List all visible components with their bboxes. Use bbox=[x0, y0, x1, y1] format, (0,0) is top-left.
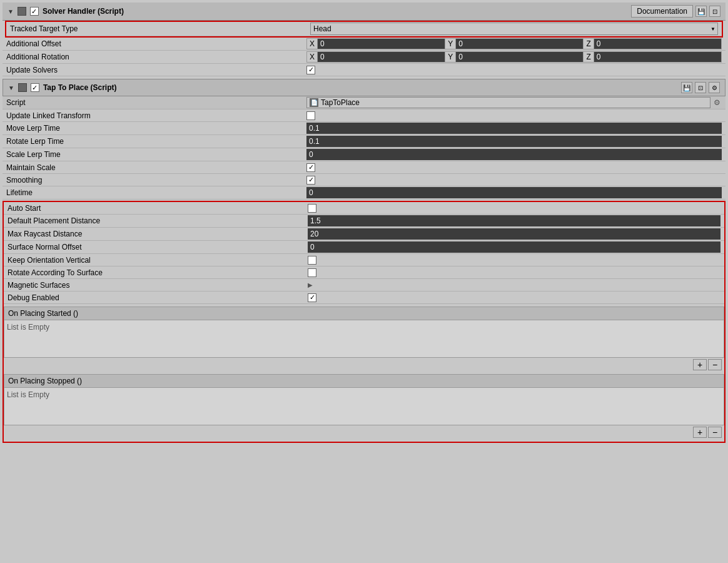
additional-rotation-y[interactable] bbox=[455, 51, 584, 63]
on-placing-started-plus-btn[interactable]: + bbox=[693, 359, 707, 370]
move-lerp-time-label: Move Lerp Time bbox=[6, 124, 306, 133]
magnetic-surfaces-value: ▶ bbox=[308, 282, 720, 288]
update-solvers-row: Update Solvers bbox=[3, 64, 725, 76]
script-field-display: 📄 TapToPlace bbox=[306, 97, 710, 108]
script-row: Script 📄 TapToPlace ⚙ bbox=[3, 96, 725, 109]
rotate-lerp-time-input[interactable] bbox=[306, 136, 722, 147]
on-placing-started-body: List is Empty bbox=[4, 320, 724, 358]
solver-handler-header-buttons: Documentation 💾 ⊡ bbox=[631, 5, 720, 18]
auto-start-checkbox[interactable] bbox=[308, 204, 316, 213]
additional-offset-y[interactable] bbox=[455, 38, 584, 49]
tap-collapse-arrow[interactable]: ▼ bbox=[8, 84, 14, 91]
rotate-according-to-surface-row: Rotate According To Surface bbox=[4, 266, 724, 279]
on-placing-stopped-minus-btn[interactable]: − bbox=[708, 427, 722, 438]
scale-lerp-time-row: Scale Lerp Time bbox=[3, 148, 725, 161]
keep-orientation-vertical-checkbox[interactable] bbox=[308, 256, 316, 265]
rotate-lerp-time-row: Rotate Lerp Time bbox=[3, 135, 725, 148]
smoothing-checkbox[interactable] bbox=[306, 176, 315, 185]
tap-enabled-checkbox[interactable] bbox=[31, 83, 39, 92]
surface-normal-offset-row: Surface Normal Offset bbox=[4, 241, 724, 254]
tracked-target-row: Tracked Target Type Head bbox=[6, 22, 722, 36]
maintain-scale-value bbox=[306, 163, 722, 172]
auto-start-value bbox=[308, 204, 720, 213]
lifetime-input[interactable] bbox=[306, 187, 722, 198]
on-placing-stopped-body: List is Empty bbox=[4, 388, 724, 425]
tap-settings-icon-btn[interactable]: ⚙ bbox=[709, 82, 720, 93]
rotate-according-to-surface-label: Rotate According To Surface bbox=[8, 268, 308, 277]
maximize-icon-btn[interactable]: ⊡ bbox=[709, 6, 720, 17]
additional-rotation-z[interactable] bbox=[594, 51, 722, 63]
tap-save-icon-btn[interactable]: 💾 bbox=[681, 82, 692, 93]
tap-to-place-panel: ▼ Tap To Place (Script) 💾 ⊡ ⚙ Script 📄 T… bbox=[3, 79, 725, 443]
on-placing-stopped-section: On Placing Stopped () List is Empty + − bbox=[4, 374, 724, 439]
additional-offset-values: X Y Z bbox=[306, 38, 722, 49]
default-placement-distance-row: Default Placement Distance bbox=[4, 215, 724, 228]
save-icon-btn[interactable]: 💾 bbox=[695, 6, 707, 17]
y-label-offset: Y bbox=[445, 38, 455, 49]
update-solvers-value bbox=[306, 66, 722, 74]
on-placing-started-footer: + − bbox=[4, 358, 724, 372]
move-lerp-time-value bbox=[306, 123, 722, 134]
maintain-scale-row: Maintain Scale bbox=[3, 161, 725, 174]
z-label-offset: Z bbox=[584, 38, 593, 49]
arrow-right-icon[interactable]: ▶ bbox=[308, 282, 313, 288]
update-linked-transform-checkbox[interactable] bbox=[306, 111, 315, 120]
solver-handler-panel: ▼ Solver Handler (Script) Documentation … bbox=[3, 3, 725, 76]
max-raycast-distance-input[interactable] bbox=[308, 228, 720, 240]
on-placing-started-section: On Placing Started () List is Empty + − bbox=[4, 307, 724, 372]
tap-to-place-header: ▼ Tap To Place (Script) 💾 ⊡ ⚙ bbox=[3, 79, 725, 96]
surface-normal-offset-label: Surface Normal Offset bbox=[8, 243, 308, 251]
on-placing-started-minus-btn[interactable]: − bbox=[708, 359, 722, 370]
keep-orientation-vertical-label: Keep Orientation Vertical bbox=[8, 256, 308, 265]
script-value-wrapper: 📄 TapToPlace ⚙ bbox=[306, 97, 722, 108]
solver-handler-checkbox[interactable] bbox=[30, 7, 39, 16]
debug-enabled-row: Debug Enabled bbox=[4, 292, 724, 304]
x-label-rot: X bbox=[306, 51, 317, 63]
auto-start-row: Auto Start bbox=[4, 202, 724, 215]
rotate-lerp-time-label: Rotate Lerp Time bbox=[6, 137, 306, 146]
solver-handler-title: Solver Handler (Script) bbox=[43, 7, 124, 16]
additional-rotation-values: X Y Z bbox=[306, 51, 722, 63]
additional-offset-z[interactable] bbox=[594, 38, 722, 49]
debug-enabled-label: Debug Enabled bbox=[8, 293, 308, 302]
additional-rotation-label: Additional Rotation bbox=[6, 53, 306, 61]
on-placing-stopped-plus-btn[interactable]: + bbox=[693, 427, 707, 438]
rotate-according-to-surface-checkbox[interactable] bbox=[308, 268, 316, 277]
additional-rotation-row: Additional Rotation X Y Z bbox=[3, 51, 725, 64]
default-placement-distance-input[interactable] bbox=[308, 215, 720, 226]
placement-section: Auto Start Default Placement Distance Ma… bbox=[3, 201, 725, 443]
list-is-empty-1: List is Empty bbox=[7, 323, 49, 332]
additional-offset-x[interactable] bbox=[317, 38, 445, 49]
collapse-arrow[interactable]: ▼ bbox=[8, 8, 14, 15]
script-file-icon: 📄 bbox=[310, 98, 318, 107]
update-solvers-checkbox[interactable] bbox=[306, 66, 315, 74]
tap-maximize-icon-btn[interactable]: ⊡ bbox=[695, 82, 706, 93]
tap-to-place-title: Tap To Place (Script) bbox=[43, 83, 117, 92]
on-placing-stopped-footer: + − bbox=[4, 425, 724, 439]
rotate-according-to-surface-value bbox=[308, 268, 720, 277]
move-lerp-time-row: Move Lerp Time bbox=[3, 122, 725, 135]
additional-rotation-x[interactable] bbox=[317, 51, 445, 63]
maintain-scale-checkbox[interactable] bbox=[306, 163, 315, 172]
maintain-scale-label: Maintain Scale bbox=[6, 163, 306, 172]
update-linked-transform-label: Update Linked Transform bbox=[6, 111, 306, 120]
script-settings-icon[interactable]: ⚙ bbox=[712, 98, 722, 108]
tracked-target-select[interactable]: Head bbox=[310, 23, 718, 35]
script-label: Script bbox=[6, 98, 306, 107]
doc-button[interactable]: Documentation bbox=[631, 5, 693, 18]
on-placing-stopped-header: On Placing Stopped () bbox=[4, 374, 724, 388]
scale-lerp-time-input[interactable] bbox=[306, 149, 722, 160]
keep-orientation-vertical-value bbox=[308, 256, 720, 265]
move-lerp-time-input[interactable] bbox=[306, 123, 722, 134]
max-raycast-distance-value bbox=[308, 228, 720, 240]
tracked-target-label: Tracked Target Type bbox=[10, 24, 310, 33]
magnetic-surfaces-label: Magnetic Surfaces bbox=[8, 281, 308, 290]
debug-enabled-checkbox[interactable] bbox=[308, 293, 316, 302]
x-label-offset: X bbox=[306, 38, 317, 49]
auto-start-label: Auto Start bbox=[8, 204, 308, 213]
surface-normal-offset-input[interactable] bbox=[308, 241, 720, 253]
lifetime-label: Lifetime bbox=[6, 188, 306, 197]
list-is-empty-2: List is Empty bbox=[7, 390, 49, 399]
script-value-text: TapToPlace bbox=[321, 98, 360, 107]
tracked-target-dropdown-wrapper[interactable]: Head bbox=[310, 23, 718, 35]
